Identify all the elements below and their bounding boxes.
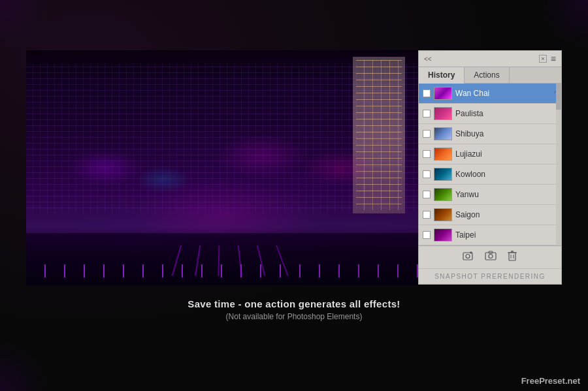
scrollbar[interactable] (556, 84, 561, 245)
action-name: Lujiazui (455, 149, 557, 159)
list-item[interactable]: Taipei (419, 225, 561, 245)
action-name: Paulista (455, 109, 557, 118)
tab-actions[interactable]: Actions (465, 67, 509, 83)
tab-history[interactable]: History (419, 67, 465, 84)
action-name: Wan Chai (455, 89, 551, 98)
action-thumbnail (434, 127, 452, 140)
scroll-thumb[interactable] (556, 84, 561, 110)
panel-collapse-button[interactable]: << (423, 55, 433, 63)
action-thumbnail (434, 148, 452, 161)
action-checkbox[interactable] (423, 89, 431, 97)
list-item[interactable]: Kowloon (419, 164, 561, 185)
actions-list: Wan Chai ^ Paulista Shibuya Lujiazui (419, 84, 561, 245)
action-checkbox[interactable] (423, 231, 431, 239)
main-area: << × ≡ History Actions Wan Chai ^ (0, 0, 588, 391)
panel-titlebar: << × ≡ (419, 51, 561, 67)
panel-tabs: History Actions (419, 67, 561, 84)
list-item[interactable]: Paulista (419, 104, 561, 124)
photo-scene (26, 50, 418, 285)
action-thumbnail (434, 107, 452, 120)
watermark: FreePreset.net (521, 376, 580, 386)
action-checkbox[interactable] (423, 191, 431, 198)
action-name: Kowloon (455, 170, 557, 179)
list-item[interactable]: Shibuya (419, 124, 561, 144)
panel-toolbar (419, 245, 561, 268)
list-item[interactable]: Yanwu (419, 185, 561, 205)
action-name: Shibuya (455, 129, 557, 138)
action-checkbox[interactable] (423, 150, 431, 158)
action-name: Saigon (455, 210, 557, 219)
action-thumbnail (434, 168, 452, 181)
list-item[interactable]: Saigon (419, 205, 561, 225)
ps-panel: << × ≡ History Actions Wan Chai ^ (418, 50, 562, 285)
action-thumbnail (434, 208, 452, 221)
action-name: Taipei (455, 230, 557, 240)
photo-overlay (26, 50, 418, 285)
list-item[interactable]: Lujiazui (419, 144, 561, 164)
svg-rect-7 (509, 253, 515, 260)
action-checkbox[interactable] (423, 130, 431, 138)
bottom-main-text: Save time - one action generates all eff… (188, 298, 400, 309)
bottom-text-area: Save time - one action generates all eff… (188, 298, 400, 321)
snapshot-prerendering-label: SNAPSHOT PRERENDERING (419, 268, 561, 284)
delete-button[interactable] (507, 250, 517, 264)
content-row: << × ≡ History Actions Wan Chai ^ (26, 50, 562, 285)
panel-menu-button[interactable]: ≡ (549, 54, 557, 64)
panel-close-button[interactable]: × (539, 55, 547, 63)
action-checkbox[interactable] (423, 110, 431, 117)
action-thumbnail (434, 188, 452, 201)
svg-point-5 (489, 255, 493, 258)
action-thumbnail (434, 87, 452, 100)
add-snapshot-button[interactable] (463, 251, 474, 264)
bottom-sub-text: (Not available for Photoshop Elements) (188, 312, 400, 321)
svg-point-1 (466, 255, 470, 258)
photo-container (26, 50, 418, 285)
action-thumbnail (434, 228, 452, 242)
list-item[interactable]: Wan Chai ^ (419, 84, 561, 104)
action-checkbox[interactable] (423, 211, 431, 219)
new-document-button[interactable] (485, 251, 497, 264)
svg-rect-4 (485, 253, 496, 260)
action-name: Yanwu (455, 190, 557, 199)
action-checkbox[interactable] (423, 170, 431, 178)
